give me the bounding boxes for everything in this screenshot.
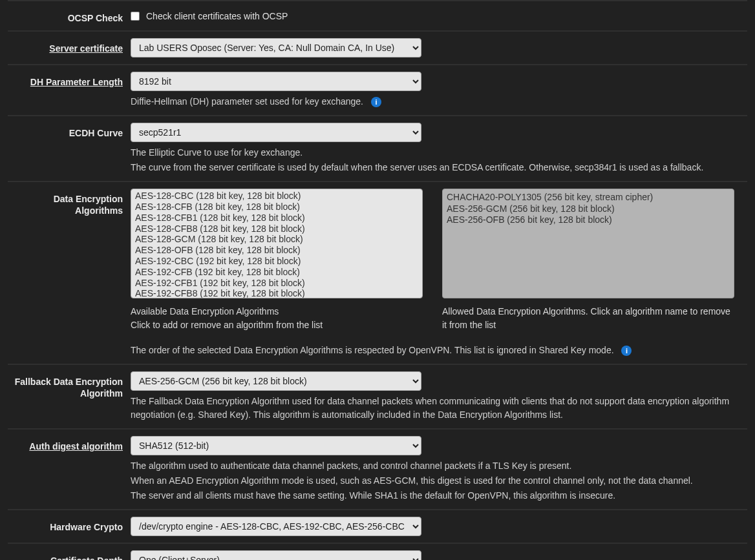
available-algorithm-option[interactable]: AES-192-CFB1 (192 bit key, 128 bit block… bbox=[134, 278, 420, 289]
available-algorithm-option[interactable]: AES-192-CFB (192 bit key, 128 bit block) bbox=[134, 267, 420, 278]
row-ecdh-curve: ECDH Curve secp521r1 The Elliptic Curve … bbox=[8, 115, 747, 182]
available-caption-2: Click to add or remove an algorithm from… bbox=[131, 320, 323, 330]
available-algorithm-option[interactable]: AES-128-CFB1 (128 bit key, 128 bit block… bbox=[134, 213, 420, 223]
available-algorithm-option[interactable]: AES-128-GCM (128 bit key, 128 bit block) bbox=[134, 234, 420, 245]
info-icon[interactable]: i bbox=[371, 97, 381, 107]
auth-help-1: The algorithm used to authenticate data … bbox=[131, 459, 743, 473]
allowed-caption: Allowed Data Encryption Algorithms. Clic… bbox=[442, 305, 734, 332]
available-algorithm-option[interactable]: AES-192-CFB8 (192 bit key, 128 bit block… bbox=[134, 288, 420, 298]
ecdh-help-2: The curve from the server certificate is… bbox=[131, 161, 743, 174]
allowed-algorithms-list[interactable]: CHACHA20-POLY1305 (256 bit key, stream c… bbox=[442, 189, 734, 298]
available-algorithm-option[interactable]: AES-128-CBC (128 bit key, 128 bit block) bbox=[134, 191, 420, 202]
ecdh-curve-select[interactable]: secp521r1 bbox=[131, 123, 421, 142]
ocsp-check-checkbox[interactable] bbox=[131, 12, 140, 21]
available-algorithms-list[interactable]: AES-128-CBC (128 bit key, 128 bit block)… bbox=[131, 189, 423, 298]
row-ocsp-check: OCSP Check Check client certificates wit… bbox=[8, 0, 747, 32]
available-algorithm-option[interactable]: AES-192-CBC (192 bit key, 128 bit block) bbox=[134, 256, 420, 267]
label-server-certificate: Server certificate bbox=[8, 38, 131, 54]
row-dh-parameter-length: DH Parameter Length 8192 bit Diffie-Hell… bbox=[8, 64, 747, 116]
ecdh-help-1: The Elliptic Curve to use for key exchan… bbox=[131, 146, 743, 160]
certificate-depth-select[interactable]: One (Client+Server) bbox=[131, 550, 421, 560]
row-fallback-algorithm: Fallback Data Encryption Algorithm AES-2… bbox=[8, 364, 747, 430]
label-fallback-algorithm: Fallback Data Encryption Algorithm bbox=[8, 371, 131, 399]
hardware-crypto-select[interactable]: /dev/crypto engine - AES-128-CBC, AES-19… bbox=[131, 517, 421, 536]
row-certificate-depth: Certificate Depth One (Client+Server) Wh… bbox=[8, 543, 747, 560]
row-auth-digest: Auth digest algorithm SHA512 (512-bit) T… bbox=[8, 428, 747, 510]
allowed-algorithm-item[interactable]: AES-256-OFB (256 bit key, 128 bit block) bbox=[447, 214, 730, 226]
row-server-certificate: Server certificate Lab USERS Oposec (Ser… bbox=[8, 30, 747, 65]
label-ecdh-curve: ECDH Curve bbox=[8, 123, 131, 139]
fallback-algorithm-select[interactable]: AES-256-GCM (256 bit key, 128 bit block) bbox=[131, 371, 421, 391]
ocsp-check-text: Check client certificates with OCSP bbox=[146, 11, 288, 21]
allowed-algorithm-item[interactable]: AES-256-GCM (256 bit key, 128 bit block) bbox=[447, 203, 730, 215]
row-data-encryption-algorithms: Data Encryption Algorithms AES-128-CBC (… bbox=[8, 181, 747, 365]
info-icon[interactable]: i bbox=[621, 346, 632, 356]
available-algorithm-option[interactable]: AES-128-CFB (128 bit key, 128 bit block) bbox=[134, 202, 420, 213]
auth-help-3: The server and all clients must have the… bbox=[131, 489, 743, 503]
dh-parameter-length-select[interactable]: 8192 bit bbox=[131, 72, 421, 91]
allowed-algorithm-item[interactable]: CHACHA20-POLY1305 (256 bit key, stream c… bbox=[447, 192, 730, 203]
dh-help-text: Diffie-Hellman (DH) parameter set used f… bbox=[131, 96, 363, 107]
label-ocsp-check: OCSP Check bbox=[8, 8, 131, 24]
label-certificate-depth: Certificate Depth bbox=[8, 550, 131, 560]
auth-help-2: When an AEAD Encryption Algorithm mode i… bbox=[131, 474, 743, 488]
available-algorithm-option[interactable]: AES-128-OFB (128 bit key, 128 bit block) bbox=[134, 245, 420, 256]
label-hardware-crypto: Hardware Crypto bbox=[8, 517, 131, 533]
dea-footer-help: The order of the selected Data Encryptio… bbox=[131, 345, 614, 355]
fallback-help: The Fallback Data Encryption Algorithm u… bbox=[131, 395, 743, 422]
label-dh-parameter-length: DH Parameter Length bbox=[8, 72, 131, 88]
label-auth-digest: Auth digest algorithm bbox=[8, 436, 131, 452]
available-caption-1: Available Data Encryption Algorithms bbox=[131, 306, 279, 316]
label-data-encryption-algorithms: Data Encryption Algorithms bbox=[8, 189, 131, 216]
server-certificate-select[interactable]: Lab USERS Oposec (Server: Yes, CA: Null … bbox=[131, 38, 421, 57]
available-algorithm-option[interactable]: AES-128-CFB8 (128 bit key, 128 bit block… bbox=[134, 223, 420, 234]
row-hardware-crypto: Hardware Crypto /dev/crypto engine - AES… bbox=[8, 509, 747, 544]
auth-digest-select[interactable]: SHA512 (512-bit) bbox=[131, 436, 421, 455]
